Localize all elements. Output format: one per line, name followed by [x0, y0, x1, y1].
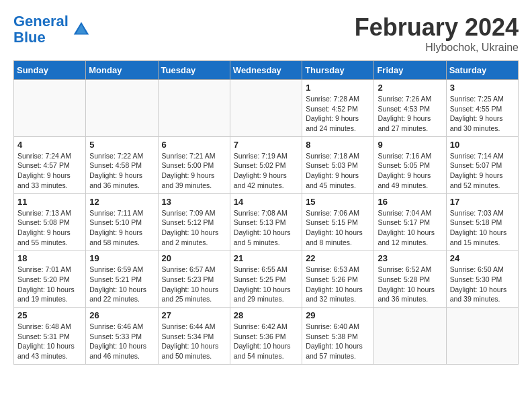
day-info: Sunrise: 7:06 AM Sunset: 5:15 PM Dayligh…	[306, 208, 370, 248]
calendar-cell: 5Sunrise: 7:22 AM Sunset: 4:58 PM Daylig…	[86, 136, 158, 193]
day-number: 16	[378, 197, 442, 207]
calendar-cell: 10Sunrise: 7:14 AM Sunset: 5:07 PM Dayli…	[446, 136, 518, 193]
calendar-cell: 26Sunrise: 6:46 AM Sunset: 5:33 PM Dayli…	[86, 308, 158, 365]
calendar-week-row: 18Sunrise: 7:01 AM Sunset: 5:20 PM Dayli…	[14, 250, 519, 308]
day-info: Sunrise: 7:28 AM Sunset: 4:52 PM Dayligh…	[306, 94, 370, 134]
calendar-week-row: 4Sunrise: 7:24 AM Sunset: 4:57 PM Daylig…	[14, 136, 519, 193]
day-number: 3	[450, 83, 515, 93]
day-info: Sunrise: 6:59 AM Sunset: 5:21 PM Dayligh…	[89, 265, 154, 304]
day-info: Sunrise: 7:18 AM Sunset: 5:03 PM Dayligh…	[306, 151, 370, 191]
day-info: Sunrise: 7:04 AM Sunset: 5:17 PM Dayligh…	[378, 208, 442, 248]
day-info: Sunrise: 6:57 AM Sunset: 5:23 PM Dayligh…	[162, 265, 226, 304]
calendar-cell: 9Sunrise: 7:16 AM Sunset: 5:05 PM Daylig…	[374, 136, 446, 193]
day-info: Sunrise: 6:52 AM Sunset: 5:28 PM Dayligh…	[378, 265, 442, 304]
day-info: Sunrise: 7:19 AM Sunset: 5:02 PM Dayligh…	[234, 151, 298, 191]
day-number: 6	[162, 140, 226, 150]
calendar-cell	[158, 80, 230, 137]
calendar-cell: 21Sunrise: 6:55 AM Sunset: 5:25 PM Dayli…	[230, 250, 302, 308]
weekday-header-friday: Friday	[374, 61, 446, 80]
day-number: 9	[378, 140, 442, 150]
day-info: Sunrise: 7:11 AM Sunset: 5:10 PM Dayligh…	[89, 208, 154, 248]
day-number: 27	[162, 310, 226, 320]
day-number: 21	[234, 253, 298, 263]
day-info: Sunrise: 7:01 AM Sunset: 5:20 PM Dayligh…	[17, 265, 82, 304]
day-number: 10	[450, 140, 515, 150]
day-info: Sunrise: 7:08 AM Sunset: 5:13 PM Dayligh…	[234, 208, 298, 248]
day-info: Sunrise: 7:21 AM Sunset: 5:00 PM Dayligh…	[162, 151, 226, 191]
calendar-cell: 3Sunrise: 7:25 AM Sunset: 4:55 PM Daylig…	[446, 80, 518, 137]
day-number: 24	[450, 253, 515, 263]
calendar-cell: 12Sunrise: 7:11 AM Sunset: 5:10 PM Dayli…	[86, 193, 158, 250]
day-info: Sunrise: 7:26 AM Sunset: 4:53 PM Dayligh…	[378, 94, 442, 134]
weekday-header-thursday: Thursday	[302, 61, 374, 80]
day-info: Sunrise: 6:42 AM Sunset: 5:36 PM Dayligh…	[234, 322, 298, 361]
calendar-cell: 2Sunrise: 7:26 AM Sunset: 4:53 PM Daylig…	[374, 80, 446, 137]
calendar-cell: 13Sunrise: 7:09 AM Sunset: 5:12 PM Dayli…	[158, 193, 230, 250]
calendar-cell: 11Sunrise: 7:13 AM Sunset: 5:08 PM Dayli…	[14, 193, 86, 250]
calendar-cell: 29Sunrise: 6:40 AM Sunset: 5:38 PM Dayli…	[302, 308, 374, 365]
calendar-cell: 14Sunrise: 7:08 AM Sunset: 5:13 PM Dayli…	[230, 193, 302, 250]
day-number: 18	[17, 253, 82, 263]
day-number: 11	[17, 197, 82, 207]
day-info: Sunrise: 6:48 AM Sunset: 5:31 PM Dayligh…	[17, 322, 82, 361]
day-number: 23	[378, 253, 442, 263]
day-info: Sunrise: 6:53 AM Sunset: 5:26 PM Dayligh…	[306, 265, 370, 304]
day-number: 29	[306, 310, 370, 320]
day-number: 12	[89, 197, 154, 207]
weekday-header-row: SundayMondayTuesdayWednesdayThursdayFrid…	[14, 61, 519, 80]
calendar-cell: 27Sunrise: 6:44 AM Sunset: 5:34 PM Dayli…	[158, 308, 230, 365]
day-number: 25	[17, 310, 82, 320]
day-info: Sunrise: 7:22 AM Sunset: 4:58 PM Dayligh…	[89, 151, 154, 191]
day-info: Sunrise: 6:40 AM Sunset: 5:38 PM Dayligh…	[306, 322, 370, 361]
day-info: Sunrise: 6:44 AM Sunset: 5:34 PM Dayligh…	[162, 322, 226, 361]
day-number: 17	[450, 197, 515, 207]
logo-text: General Blue	[13, 13, 69, 46]
calendar-cell: 19Sunrise: 6:59 AM Sunset: 5:21 PM Dayli…	[86, 250, 158, 308]
day-number: 4	[17, 140, 82, 150]
calendar-cell: 24Sunrise: 6:50 AM Sunset: 5:30 PM Dayli…	[446, 250, 518, 308]
day-info: Sunrise: 6:46 AM Sunset: 5:33 PM Dayligh…	[89, 322, 154, 361]
logo: General Blue	[13, 13, 91, 46]
weekday-header-wednesday: Wednesday	[230, 61, 302, 80]
calendar-table: SundayMondayTuesdayWednesdayThursdayFrid…	[13, 60, 519, 365]
month-title: February 2024	[355, 13, 519, 42]
day-number: 28	[234, 310, 298, 320]
calendar-cell: 22Sunrise: 6:53 AM Sunset: 5:26 PM Dayli…	[302, 250, 374, 308]
logo-icon	[71, 19, 91, 40]
calendar-cell: 17Sunrise: 7:03 AM Sunset: 5:18 PM Dayli…	[446, 193, 518, 250]
day-info: Sunrise: 6:55 AM Sunset: 5:25 PM Dayligh…	[234, 265, 298, 304]
day-number: 22	[306, 253, 370, 263]
calendar-cell: 28Sunrise: 6:42 AM Sunset: 5:36 PM Dayli…	[230, 308, 302, 365]
day-info: Sunrise: 7:25 AM Sunset: 4:55 PM Dayligh…	[450, 94, 515, 134]
day-number: 26	[89, 310, 154, 320]
day-number: 1	[306, 83, 370, 93]
calendar-week-row: 1Sunrise: 7:28 AM Sunset: 4:52 PM Daylig…	[14, 80, 519, 137]
calendar-cell: 7Sunrise: 7:19 AM Sunset: 5:02 PM Daylig…	[230, 136, 302, 193]
weekday-header-sunday: Sunday	[14, 61, 86, 80]
day-number: 14	[234, 197, 298, 207]
calendar-week-row: 11Sunrise: 7:13 AM Sunset: 5:08 PM Dayli…	[14, 193, 519, 250]
calendar-cell: 1Sunrise: 7:28 AM Sunset: 4:52 PM Daylig…	[302, 80, 374, 137]
day-number: 7	[234, 140, 298, 150]
calendar-cell: 20Sunrise: 6:57 AM Sunset: 5:23 PM Dayli…	[158, 250, 230, 308]
weekday-header-tuesday: Tuesday	[158, 61, 230, 80]
calendar-cell: 15Sunrise: 7:06 AM Sunset: 5:15 PM Dayli…	[302, 193, 374, 250]
day-number: 2	[378, 83, 442, 93]
calendar-cell	[86, 80, 158, 137]
day-info: Sunrise: 6:50 AM Sunset: 5:30 PM Dayligh…	[450, 265, 515, 304]
calendar-cell	[374, 308, 446, 365]
day-number: 20	[162, 253, 226, 263]
calendar-cell	[14, 80, 86, 137]
page-header: General Blue February 2024 Hlybochok, Uk…	[13, 13, 519, 54]
day-info: Sunrise: 7:16 AM Sunset: 5:05 PM Dayligh…	[378, 151, 442, 191]
title-block: February 2024 Hlybochok, Ukraine	[355, 13, 519, 54]
day-info: Sunrise: 7:09 AM Sunset: 5:12 PM Dayligh…	[162, 208, 226, 248]
location: Hlybochok, Ukraine	[355, 42, 519, 54]
day-info: Sunrise: 7:14 AM Sunset: 5:07 PM Dayligh…	[450, 151, 515, 191]
day-number: 19	[89, 253, 154, 263]
day-info: Sunrise: 7:13 AM Sunset: 5:08 PM Dayligh…	[17, 208, 82, 248]
calendar-cell: 4Sunrise: 7:24 AM Sunset: 4:57 PM Daylig…	[14, 136, 86, 193]
calendar-cell: 23Sunrise: 6:52 AM Sunset: 5:28 PM Dayli…	[374, 250, 446, 308]
calendar-cell: 16Sunrise: 7:04 AM Sunset: 5:17 PM Dayli…	[374, 193, 446, 250]
calendar-cell: 25Sunrise: 6:48 AM Sunset: 5:31 PM Dayli…	[14, 308, 86, 365]
